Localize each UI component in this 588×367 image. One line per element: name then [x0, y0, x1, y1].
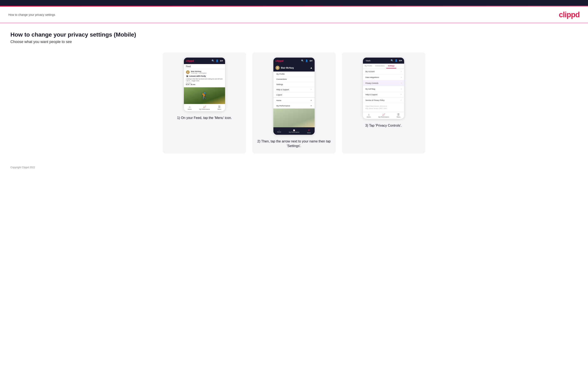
nav3-menu-label: Menu [397, 116, 400, 118]
tab-connections[interactable]: Connections [374, 64, 386, 68]
feed-image: 🏌️ [184, 87, 225, 104]
step-2-caption: 2) Then, tap the arrow next to your name… [257, 139, 331, 149]
version-info: Clippd Client Version: 2022.8.3-3 GQL Se… [363, 103, 404, 112]
step1-logo: clippd [186, 59, 194, 62]
close-icon: ✕ [308, 129, 310, 132]
feed-tab: Feed [184, 64, 225, 69]
user-icon-3: 👤 [395, 59, 398, 62]
nav2-performance: 📈 My Performance [289, 130, 299, 133]
top-bar [0, 0, 588, 6]
service-external-icon: ↗ [400, 99, 402, 101]
help-label: Help & Support [365, 93, 378, 96]
data-chevron: › [401, 76, 402, 78]
nav-perf-label: My Performance [199, 108, 210, 110]
menu-user-avatar: B [276, 66, 280, 70]
menu-section: Home▾ My Performance▾ [273, 98, 315, 108]
privacy-label: Privacy Controls [365, 82, 378, 84]
step-1-phone: clippd 🔍 👤 ⊕▾ Feed B Blair McHarg [184, 57, 225, 111]
page-heading: How to change your privacy settings (Mob… [10, 31, 578, 38]
step1-phone-nav: clippd 🔍 👤 ⊕▾ [184, 58, 225, 64]
nav3-perf-label: My Performance [378, 116, 389, 118]
menu-chevron-up: ▲ [310, 66, 312, 69]
settings-list: My Account › Data Integrations › Privacy… [363, 69, 404, 103]
step-3-card: ‹ Back 🔍 👤 ⊕▾ My Profile Connections Set… [342, 52, 425, 153]
menu-item-logout: Logout [273, 92, 315, 98]
user-icon: 👤 [216, 59, 219, 62]
tab-my-profile[interactable]: My Profile [363, 64, 374, 68]
tab-settings[interactable]: Settings [386, 64, 396, 68]
settings-item-help[interactable]: Help & Support ↗ [363, 92, 404, 98]
step1-bottom-nav: ⌂ Home 📈 My Performance ☰ Menu [184, 104, 225, 111]
step2-phone-nav: clippd 🔍 👤 ⊕▾ [273, 58, 315, 64]
step-1-caption: 1) On your Feed, tap the 'Menu' icon. [177, 116, 232, 120]
perf-icon-3: 📈 [382, 113, 385, 116]
version-line2: GQL Server Version: 2022.7.30-1 [365, 108, 402, 110]
nav-menu-label: Menu [218, 108, 221, 110]
nav-menu: ☰ Menu [218, 105, 221, 110]
nav3-menu: ☰ Menu [397, 113, 400, 118]
menu-section-perf: My Performance▾ [273, 103, 315, 108]
settings-icon-2: ⊕▾ [309, 59, 312, 62]
search-icon-3: 🔍 [391, 59, 394, 62]
menu-icon: ☰ [218, 105, 221, 108]
logo: clippd [559, 10, 580, 19]
menu-bg-overlay [273, 108, 315, 127]
step-3-caption: 3) Tap 'Privacy Controls'. [365, 123, 402, 128]
settings-tabs: My Profile Connections Settings [363, 64, 404, 69]
menu-dropdown: My Profile Connections Settings Help & S… [273, 72, 315, 108]
nav3-home: ⌂ Home [367, 113, 371, 118]
nav2-home: ⌂ Home [277, 130, 281, 133]
settings-icon: ⊕▾ [220, 59, 223, 62]
search-icon-2: 🔍 [301, 59, 304, 62]
nav-performance: 📈 My Performance [199, 105, 210, 110]
nav-home: ⌂ Home [188, 105, 191, 110]
feed-duration: Duration01 hr : 30 min [186, 82, 223, 85]
settings-item-account[interactable]: My Account › [363, 69, 404, 75]
feed-user-sub: Yesterday · Sunningdale [191, 72, 207, 74]
search-icon: 🔍 [212, 59, 215, 62]
step2-nav-icons: 🔍 👤 ⊕▾ [301, 59, 312, 62]
performance-icon: 📈 [203, 105, 206, 108]
lesson-icon: 🎬 [186, 75, 189, 77]
step-2-card: clippd 🔍 👤 ⊕▾ B Blair McHarg ▲ [252, 52, 336, 153]
footer: Copyright Clippd 2022 [0, 162, 588, 175]
feed-lesson-title-row: 🎬 Lesson with Fordy [186, 75, 223, 77]
home-icon-2: ⌂ [279, 130, 280, 131]
menu-section-home: Home▾ [273, 98, 315, 103]
perf-icon-2: 📈 [293, 130, 295, 131]
account-chevron: › [401, 70, 402, 73]
feed-avatar: B [186, 70, 190, 74]
nav3-performance: 📈 My Performance [378, 113, 389, 118]
main-content: How to change your privacy settings (Mob… [0, 23, 588, 162]
data-label: Data Integrations [365, 76, 379, 78]
settings-item-privacy[interactable]: Privacy Controls › [363, 80, 404, 86]
step3-nav-icons: 🔍 👤 ⊕▾ [391, 59, 402, 62]
settings-icon-3: ⊕▾ [399, 59, 402, 62]
menu-item-settings: Settings [273, 82, 315, 87]
step3-bottom-nav: ⌂ Home 📈 My Performance ☰ Menu [363, 112, 404, 119]
golfbag-label: My Golf Bag [365, 88, 375, 90]
menu-user-row: B Blair McHarg ▲ [273, 64, 315, 72]
privacy-chevron: › [401, 82, 402, 84]
service-label: Service & Privacy Policy [365, 99, 385, 101]
feed-text: Looking to feel like my hands are exitin… [186, 78, 223, 82]
home-icon: ⌂ [189, 105, 190, 108]
help-external-icon: ↗ [400, 94, 402, 95]
settings-item-golfbag[interactable]: My Golf Bag › [363, 86, 404, 92]
step-1-card: clippd 🔍 👤 ⊕▾ Feed B Blair McHarg [163, 52, 246, 153]
account-label: My Account [365, 70, 375, 73]
menu-item-help: Help & Support ↗ [273, 87, 315, 92]
settings-item-service[interactable]: Service & Privacy Policy ↗ [363, 98, 404, 103]
nav2-close: ✕ Menu [307, 129, 311, 133]
steps-container: clippd 🔍 👤 ⊕▾ Feed B Blair McHarg [10, 52, 578, 153]
breadcrumb: How to change your privacy settings [8, 13, 55, 17]
step2-logo: clippd [276, 59, 283, 62]
home-icon-3: ⌂ [368, 113, 369, 116]
golfbag-chevron: › [401, 88, 402, 90]
golfer-silhouette: 🏌️ [201, 92, 208, 99]
settings-item-data[interactable]: Data Integrations › [363, 75, 404, 80]
nav-home-label: Home [188, 108, 191, 110]
menu-item-profile: My Profile [273, 72, 315, 77]
step1-nav-icons: 🔍 👤 ⊕▾ [212, 59, 223, 62]
feed-lesson-name: Lesson with Fordy [189, 75, 206, 77]
